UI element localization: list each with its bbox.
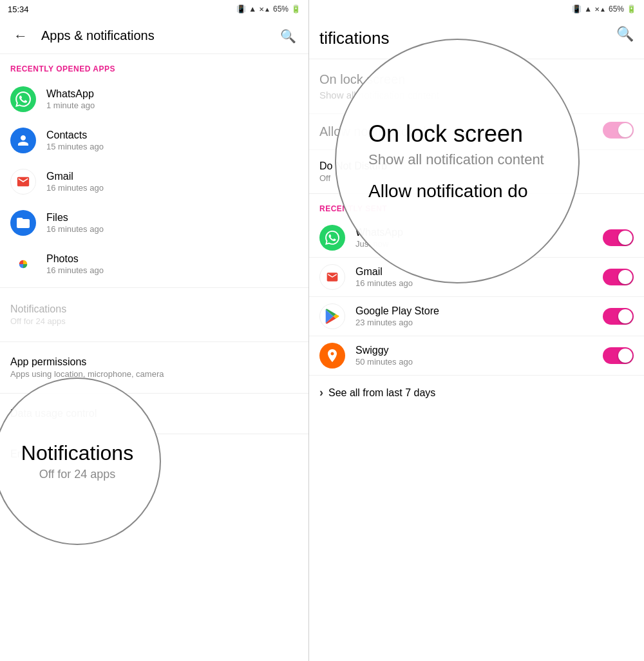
sent-swiggy-time: 50 minutes ago — [355, 357, 592, 367]
sent-item-gmail[interactable]: Gmail 16 minutes ago — [309, 258, 644, 297]
contacts-svg — [15, 133, 31, 148]
signal-icon-right: ▲ — [584, 5, 592, 14]
lock-screen-sub: Show all notification content — [319, 90, 634, 101]
allow-notif-text: Allow notification do — [319, 124, 433, 139]
sent-gmail-info: Gmail 16 minutes ago — [355, 266, 592, 288]
dnd-section[interactable]: Do Not Disturb Off — [309, 150, 644, 194]
contacts-name: Contacts — [46, 129, 104, 141]
whatsapp-time: 1 minute ago — [46, 101, 95, 110]
sent-playstore-name: Google Play Store — [355, 305, 592, 317]
whatsapp-info: WhatsApp 1 minute ago — [46, 88, 95, 110]
swiggy-icon — [319, 343, 345, 369]
sent-swiggy-name: Swiggy — [355, 345, 592, 356]
vibrate-icon: 📳 — [236, 5, 246, 14]
divider-2 — [0, 341, 308, 342]
whatsapp-name: WhatsApp — [46, 88, 95, 100]
partial-title: tifications 🔍 — [309, 18, 644, 59]
notif-title: Notifications — [10, 303, 298, 315]
contacts-info: Contacts 15 minutes ago — [46, 129, 104, 151]
time-left: 15:34 — [8, 5, 29, 14]
app-item-contacts[interactable]: Contacts 15 minutes ago — [0, 120, 308, 161]
gmail-info: Gmail 16 minutes ago — [46, 171, 104, 193]
toolbar-left: ← Apps & notifications 🔍 — [0, 18, 308, 54]
sent-gmail-svg — [324, 271, 341, 283]
lock-screen-title: On lock screen — [319, 72, 634, 87]
sent-playstore-time: 23 minutes ago — [355, 318, 592, 327]
playstore-toggle[interactable] — [603, 308, 634, 325]
battery-right: 65% — [609, 5, 624, 14]
data-usage-title: Data usage control — [10, 408, 298, 419]
sent-gmail-icon — [319, 264, 345, 290]
app-item-whatsapp[interactable]: WhatsApp 1 minute ago — [0, 79, 308, 120]
sent-item-swiggy[interactable]: Swiggy 50 minutes ago — [309, 336, 644, 376]
files-time: 16 minutes ago — [46, 224, 104, 234]
contacts-time: 15 minutes ago — [46, 142, 104, 151]
whatsapp-toggle[interactable] — [603, 229, 634, 246]
photos-icon — [10, 251, 36, 277]
contacts-icon — [10, 128, 36, 153]
playstore-icon — [319, 303, 345, 329]
sent-whatsapp-svg — [325, 231, 339, 245]
divider-1 — [0, 287, 308, 288]
swiggy-toggle[interactable] — [603, 347, 634, 364]
dnd-title: Do Not Disturb — [319, 160, 634, 172]
whatsapp-icon — [10, 86, 36, 112]
allow-notif-toggle[interactable] — [603, 122, 634, 139]
recently-opened-label: RECENTLY OPENED APPS — [0, 54, 308, 79]
data-usage-item[interactable]: Data usage control — [0, 396, 308, 431]
app-item-files[interactable]: Files 16 minutes ago — [0, 202, 308, 244]
divider-4 — [0, 434, 308, 434]
vibrate-icon-right: 📳 — [572, 5, 582, 14]
see-all-row[interactable]: › See all from last 7 days — [309, 376, 644, 410]
app-permissions-sub: Apps using location, microphone, camera — [10, 369, 298, 379]
files-icon — [10, 210, 36, 236]
sent-gmail-name: Gmail — [355, 266, 592, 278]
signal2-icon-right: ✕▲ — [594, 6, 606, 13]
swiggy-svg — [325, 348, 340, 363]
photos-info: Photos 16 minutes ago — [46, 253, 104, 275]
back-button[interactable]: ← — [10, 26, 31, 46]
recently-sent-label: RECENTLY SENT — [309, 194, 644, 218]
whatsapp-svg — [15, 91, 31, 107]
gmail-time: 16 minutes ago — [46, 183, 104, 193]
right-panel: 📳 ▲ ✕▲ 65% 🔋 tifications 🔍 On lock scree… — [309, 0, 644, 661]
gmail-name: Gmail — [46, 171, 104, 182]
search-icon-right[interactable]: 🔍 — [616, 26, 634, 43]
status-bar-left: 15:34 📳 ▲ ✕▲ 65% 🔋 — [0, 0, 308, 18]
sent-swiggy-info: Swiggy 50 minutes ago — [355, 345, 592, 367]
sent-whatsapp-name: WhatsApp — [355, 227, 592, 238]
sent-playstore-info: Google Play Store 23 minutes ago — [355, 305, 592, 327]
sent-item-whatsapp[interactable]: WhatsApp Just now — [309, 218, 644, 258]
gmail-svg — [14, 175, 32, 189]
app-permissions-item[interactable]: App permissions Apps using location, mic… — [0, 345, 308, 390]
page-title: Apps & notifications — [41, 28, 267, 43]
left-panel: 15:34 📳 ▲ ✕▲ 65% 🔋 ← Apps & notification… — [0, 0, 309, 661]
dnd-subtitle: Off — [319, 173, 634, 183]
sent-whatsapp-icon — [319, 225, 345, 251]
battery-left: 65% — [273, 5, 289, 14]
app-item-gmail[interactable]: Gmail 16 minutes ago — [0, 161, 308, 202]
sent-whatsapp-time: Just now — [355, 239, 592, 249]
notif-sub: Off for 24 apps — [10, 316, 298, 326]
see-all-chevron: › — [319, 386, 323, 399]
gmail-toggle[interactable] — [603, 269, 634, 285]
see-all-text: See all from last 7 days — [328, 387, 435, 399]
battery-icon: 🔋 — [291, 5, 301, 14]
lock-screen-section[interactable]: On lock screen Show all notification con… — [309, 59, 644, 114]
search-button[interactable]: 🔍 — [278, 26, 298, 46]
app-item-photos[interactable]: Photos 16 minutes ago — [0, 244, 308, 285]
files-name: Files — [46, 212, 104, 224]
emergency-alerts-item[interactable]: Emergency alerts — [0, 437, 308, 472]
photos-svg — [14, 254, 33, 274]
status-bar-right: 📳 ▲ ✕▲ 65% 🔋 — [309, 0, 644, 18]
files-svg — [15, 215, 31, 231]
battery-icon-right: 🔋 — [627, 5, 636, 14]
photos-time: 16 minutes ago — [46, 265, 104, 275]
allow-notif-section: Allow notification do — [309, 114, 644, 150]
sent-item-playstore[interactable]: Google Play Store 23 minutes ago — [309, 297, 644, 336]
emergency-alerts-title: Emergency alerts — [10, 448, 298, 460]
notifications-menu-item[interactable]: Notifications Off for 24 apps — [0, 291, 308, 339]
signal2-icon: ✕▲ — [259, 6, 270, 13]
files-info: Files 16 minutes ago — [46, 212, 104, 234]
photos-name: Photos — [46, 253, 104, 265]
